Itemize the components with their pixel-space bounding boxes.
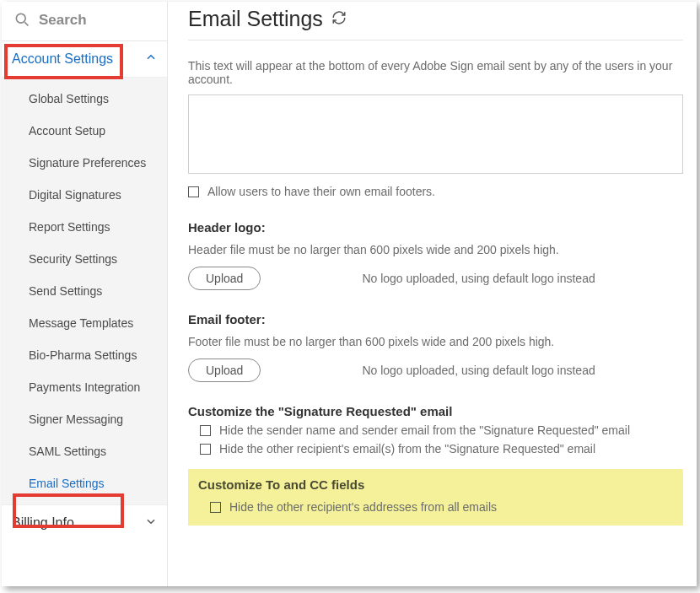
sidebar-item-saml-settings[interactable]: SAML Settings — [2, 435, 167, 467]
search-placeholder: Search — [39, 12, 87, 29]
sidebar-section-label: Billing Info — [12, 515, 74, 531]
sidebar-item-email-settings[interactable]: Email Settings — [2, 467, 167, 499]
hide-sender-checkbox[interactable] — [200, 425, 211, 436]
sidebar-item-report-settings[interactable]: Report Settings — [2, 211, 167, 243]
highlight-customize-to-cc: Customize To and CC fields Hide the othe… — [188, 469, 683, 526]
sidebar-item-account-setup[interactable]: Account Setup — [2, 115, 167, 147]
search-icon — [13, 11, 30, 30]
svg-line-1 — [24, 22, 28, 25]
search-input[interactable]: Search — [2, 2, 167, 41]
sidebar-item-bio-pharma-settings[interactable]: Bio-Pharma Settings — [2, 339, 167, 371]
hide-recipient-emails-label: Hide the other recipient's email(s) from… — [219, 442, 595, 456]
header-upload-button[interactable]: Upload — [188, 267, 261, 290]
refresh-icon[interactable] — [331, 10, 347, 28]
sidebar-item-signature-preferences[interactable]: Signature Preferences — [2, 147, 167, 179]
hide-sender-label: Hide the sender name and sender email fr… — [219, 423, 630, 437]
email-footer-hint: Footer file must be no larger than 600 p… — [188, 335, 683, 348]
header-logo-title: Header logo: — [188, 220, 683, 235]
footer-upload-button[interactable]: Upload — [188, 358, 261, 382]
main-content: Email Settings This text will appear at … — [168, 2, 697, 586]
allow-own-footers-checkbox[interactable] — [188, 186, 199, 197]
sidebar-item-digital-signatures[interactable]: Digital Signatures — [2, 179, 167, 211]
customize-sigreq-title: Customize the "Signature Requested" emai… — [188, 404, 683, 418]
sidebar: Search Account Settings Global Settings … — [2, 2, 168, 586]
svg-point-0 — [16, 13, 25, 23]
header-upload-status: No logo uploaded, using default logo ins… — [362, 272, 595, 285]
sidebar-section-account-settings[interactable]: Account Settings — [2, 41, 167, 77]
footer-upload-status: No logo uploaded, using default logo ins… — [362, 364, 595, 377]
header-logo-hint: Header file must be no larger than 600 p… — [188, 243, 683, 256]
hide-recipient-emails-checkbox[interactable] — [200, 444, 211, 455]
sidebar-item-signer-messaging[interactable]: Signer Messaging — [2, 403, 167, 435]
email-footer-title: Email footer: — [188, 312, 683, 326]
chevron-up-icon — [145, 51, 157, 67]
sidebar-section-label: Account Settings — [12, 51, 113, 67]
sidebar-item-global-settings[interactable]: Global Settings — [2, 83, 167, 115]
sidebar-item-payments-integration[interactable]: Payments Integration — [2, 371, 167, 403]
sidebar-section-billing-info[interactable]: Billing Info — [2, 505, 167, 541]
allow-own-footers-label: Allow users to have their own email foot… — [207, 185, 435, 198]
hide-recipient-addresses-checkbox[interactable] — [210, 502, 221, 513]
footer-description: This text will appear at the bottom of e… — [188, 59, 683, 86]
sidebar-item-send-settings[interactable]: Send Settings — [2, 275, 167, 307]
page-title: Email Settings — [188, 7, 323, 31]
hide-recipient-addresses-label: Hide the other recipient's addresses fro… — [229, 500, 497, 514]
customize-to-cc-title: Customize To and CC fields — [198, 477, 673, 492]
sidebar-item-message-templates[interactable]: Message Templates — [2, 307, 167, 339]
chevron-down-icon — [145, 515, 157, 531]
footer-textarea[interactable] — [188, 94, 683, 174]
sidebar-items: Global Settings Account Setup Signature … — [2, 77, 167, 505]
sidebar-item-security-settings[interactable]: Security Settings — [2, 243, 167, 275]
